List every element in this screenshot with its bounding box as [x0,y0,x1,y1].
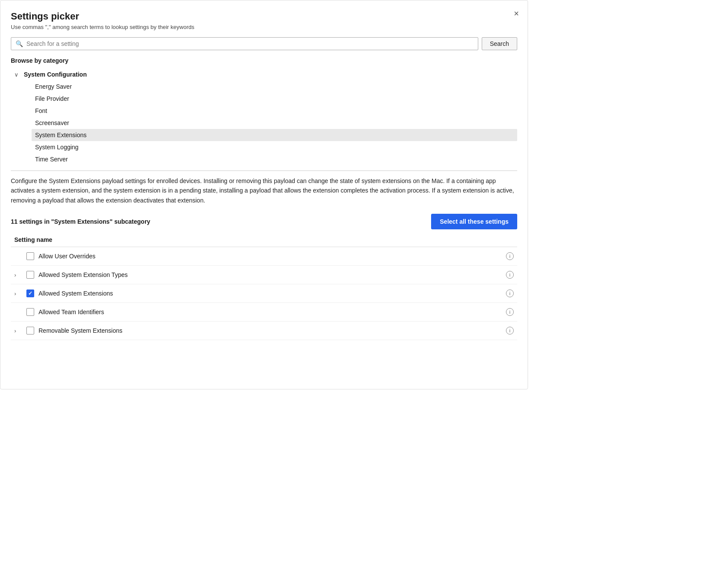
subcategory-item[interactable]: Energy Saver [32,80,517,93]
settings-header-row: 11 settings in "System Extensions" subca… [11,214,517,229]
search-row: 🔍 Search [11,37,517,50]
section-divider [11,170,517,171]
info-icon[interactable]: i [506,252,514,260]
subcategory-item[interactable]: System Extensions [32,129,517,141]
setting-checkbox[interactable] [26,289,34,297]
subcategory-item[interactable]: Screensaver [32,117,517,129]
subcategory-list: Energy SaverFile ProviderFontScreensaver… [11,80,517,165]
setting-checkbox[interactable] [26,327,34,334]
setting-row: ›Allowed System Extensionsi [11,284,517,303]
setting-row: Allow User Overridesi [11,247,517,266]
info-icon[interactable]: i [506,308,514,316]
category-label: System Configuration [24,71,87,78]
info-icon[interactable]: i [506,289,514,297]
subcategory-item[interactable]: Font [32,105,517,117]
info-icon[interactable]: i [506,271,514,279]
dialog-subtitle: Use commas "," among search terms to loo… [11,24,517,30]
setting-label: Allowed System Extensions [39,290,502,297]
subcategory-item[interactable]: File Provider [32,93,517,105]
settings-picker-dialog: × Settings picker Use commas "," among s… [0,0,528,389]
settings-list: Allow User Overridesi›Allowed System Ext… [11,247,517,340]
browse-by-category-label: Browse by category [11,57,517,64]
chevron-down-icon: ∨ [14,71,21,78]
search-button[interactable]: Search [482,37,517,50]
setting-row: ›Removable System Extensionsi [11,322,517,340]
setting-label: Allow User Overrides [39,253,502,260]
category-system-configuration[interactable]: ∨ System Configuration [11,68,517,80]
settings-count: 11 settings in "System Extensions" subca… [11,218,150,225]
subcategory-item[interactable]: Time Server [32,153,517,165]
setting-name-header: Setting name [11,236,517,243]
search-input-wrapper: 🔍 [11,37,478,50]
subcategory-item[interactable]: System Logging [32,141,517,153]
setting-row: ›Allowed System Extension Typesi [11,266,517,284]
expand-icon[interactable]: › [14,328,22,334]
setting-row: Allowed Team Identifiersi [11,303,517,322]
setting-label: Removable System Extensions [39,327,502,334]
setting-checkbox[interactable] [26,271,34,279]
expand-icon[interactable]: › [14,290,22,297]
setting-checkbox[interactable] [26,308,34,316]
info-icon[interactable]: i [506,327,514,334]
dialog-title: Settings picker [11,11,517,22]
close-button[interactable]: × [514,9,519,18]
setting-label: Allowed System Extension Types [39,271,502,278]
select-all-button[interactable]: Select all these settings [431,214,517,229]
search-input[interactable] [26,40,474,47]
search-icon: 🔍 [16,40,23,47]
setting-label: Allowed Team Identifiers [39,309,502,315]
setting-checkbox[interactable] [26,252,34,260]
description-text: Configure the System Extensions payload … [11,176,517,205]
expand-icon[interactable]: › [14,272,22,278]
